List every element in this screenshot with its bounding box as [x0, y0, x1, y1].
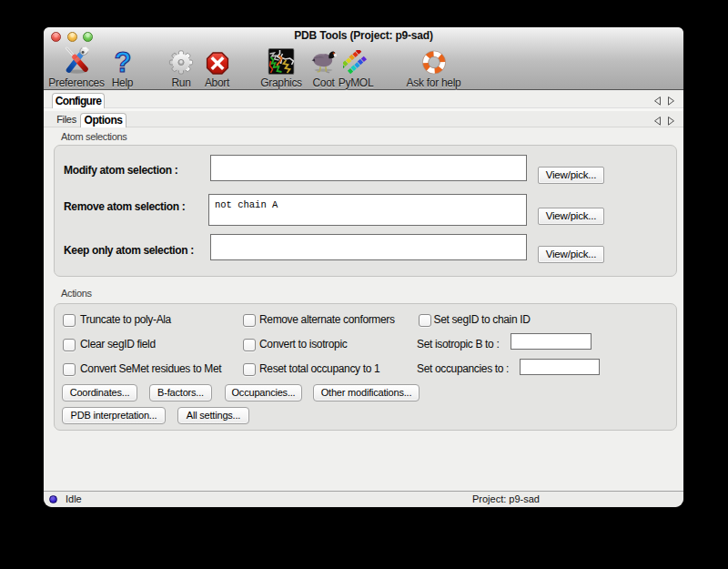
svg-text:?: ? [114, 49, 131, 75]
